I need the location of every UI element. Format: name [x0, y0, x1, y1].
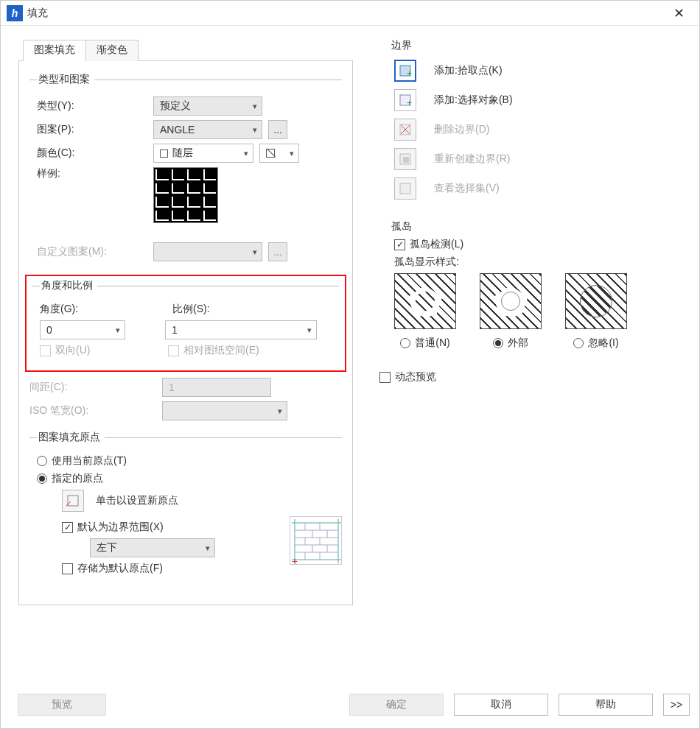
label-type: 类型(Y): [37, 99, 147, 113]
svg-rect-30 [400, 183, 410, 194]
chevron-down-icon: ▾ [307, 325, 312, 335]
pick-point-icon: + [399, 64, 412, 77]
radio-specified-origin[interactable]: 指定的原点 [37, 472, 103, 485]
group-angle-legend: 角度和比例 [40, 279, 97, 292]
label-click-set-origin: 单击以设置新原点 [96, 494, 178, 507]
island-style-normal-preview[interactable] [394, 273, 456, 329]
view-selection-icon [399, 182, 412, 195]
checkbox-store-default-origin[interactable]: 存储为默认原点(F) [62, 562, 163, 575]
checkbox-default-extent[interactable]: ✓默认为边界范围(X) [62, 521, 164, 534]
group-angle-scale: 角度和比例 角度(G): 比例(S): 0 ▾ 1 ▾ [32, 279, 339, 364]
input-spacing: 1 [162, 378, 271, 397]
svg-text:+: + [292, 555, 298, 566]
island-style-outer-preview[interactable] [480, 273, 542, 329]
label-recreate-boundary: 重新创建边界(R) [434, 152, 510, 166]
view-selection-button [394, 177, 416, 200]
svg-rect-29 [403, 157, 409, 163]
origin-preview: + [290, 516, 342, 565]
highlight-box: 角度和比例 角度(G): 比例(S): 0 ▾ 1 ▾ [25, 275, 346, 372]
ok-button[interactable]: 确定 [349, 694, 444, 716]
recreate-boundary-icon [399, 152, 412, 166]
combo-type[interactable]: 预定义 ▾ [153, 96, 262, 116]
select-object-icon: + [399, 94, 412, 107]
group-type-legend: 类型和图案 [37, 73, 94, 86]
svg-text:+: + [407, 98, 412, 107]
radio-use-current-origin[interactable]: 使用当前原点(T) [37, 454, 127, 468]
island-legend: 孤岛 [391, 220, 687, 233]
svg-line-1 [66, 501, 71, 506]
label-custom-pattern: 自定义图案(M): [37, 245, 147, 258]
checkbox-biway: 双向(U) [40, 344, 162, 357]
expand-button[interactable]: >> [663, 694, 690, 716]
combo-iso-pen: ▾ [162, 401, 287, 420]
radio-island-normal[interactable]: 普通(N) [400, 337, 449, 350]
help-button[interactable]: 帮助 [559, 694, 653, 716]
brick-icon: + [290, 517, 343, 566]
svg-text:+: + [407, 68, 412, 77]
chevron-down-icon: ▾ [253, 125, 257, 135]
combo-color[interactable]: 随层 ▾ [153, 144, 253, 163]
close-button[interactable]: ✕ [664, 5, 693, 21]
label-select-object: 添加:选择对象(B) [434, 94, 513, 107]
label-pick-point: 添加:拾取点(K) [434, 64, 503, 77]
group-boundary: 边界 + 添加:拾取点(K) + 添加:选择对象(B) [387, 39, 687, 200]
chevron-down-icon: ▾ [244, 149, 248, 158]
crosshair-icon [66, 494, 80, 507]
cancel-button[interactable]: 取消 [454, 694, 548, 716]
select-object-button[interactable]: + [394, 89, 416, 111]
label-view-selection: 查看选择集(V) [434, 182, 500, 195]
checkbox-dynamic-preview[interactable]: 动态预览 [379, 370, 436, 384]
checkbox-relative-paper: 相对图纸空间(E) [168, 344, 259, 357]
label-island-style: 孤岛显示样式: [394, 256, 459, 269]
group-island: 孤岛 ✓孤岛检测(L) 孤岛显示样式: [387, 220, 687, 350]
tab-gradient[interactable]: 渐变色 [85, 40, 139, 61]
no-color-icon [266, 149, 275, 158]
remove-boundary-button [394, 119, 416, 141]
set-origin-button[interactable] [62, 490, 84, 512]
remove-boundary-icon [399, 123, 412, 136]
island-style-ignore-preview[interactable] [565, 273, 627, 329]
app-icon: h [7, 5, 23, 21]
color-swatch-icon [160, 149, 168, 158]
label-pattern: 图案(P): [37, 123, 147, 136]
label-iso-pen: ISO 笔宽(O): [29, 404, 156, 418]
chevron-down-icon: ▾ [253, 247, 257, 257]
combo-extent-position[interactable]: 左下 ▾ [90, 538, 215, 557]
checkbox-island-detect[interactable]: ✓孤岛检测(L) [394, 238, 463, 251]
combo-pattern[interactable]: ANGLE ▾ [153, 120, 262, 139]
label-spacing: 间距(C): [29, 381, 156, 394]
group-type-pattern: 类型和图案 类型(Y): 预定义 ▾ 图案(P): ANGLE ▾ ... [29, 73, 342, 269]
radio-island-outer[interactable]: 外部 [493, 337, 528, 350]
chevron-down-icon: ▾ [206, 543, 210, 553]
tab-pattern-fill[interactable]: 图案填充 [23, 40, 86, 61]
chevron-down-icon: ▾ [253, 102, 257, 111]
label-color: 颜色(C): [37, 147, 147, 160]
title-bar: h 填充 ✕ [1, 1, 699, 26]
boundary-legend: 边界 [391, 39, 687, 52]
label-remove-boundary: 删除边界(D) [434, 123, 489, 136]
combo-angle[interactable]: 0 ▾ [40, 320, 125, 339]
group-origin-legend: 图案填充原点 [37, 431, 105, 444]
chevron-down-icon: ▾ [278, 406, 282, 416]
combo-custom-pattern: ▾ [153, 242, 262, 261]
label-scale: 比例(S): [172, 303, 210, 316]
preview-button: 预览 [18, 694, 106, 716]
svg-rect-0 [68, 496, 78, 506]
pattern-browse-button[interactable]: ... [268, 120, 287, 139]
radio-island-ignore[interactable]: 忽略(I) [573, 337, 618, 350]
chevron-down-icon: ▾ [116, 325, 120, 335]
custom-browse-button: ... [268, 242, 287, 261]
label-angle: 角度(G): [40, 303, 167, 316]
sample-preview[interactable] [153, 167, 218, 223]
window-title: 填充 [27, 7, 664, 20]
pick-point-button[interactable]: + [394, 60, 416, 82]
chevron-down-icon: ▾ [290, 149, 294, 158]
group-origin: 图案填充原点 使用当前原点(T) 指定的原点 [29, 431, 342, 582]
combo-background-color[interactable]: ▾ [259, 144, 299, 163]
combo-scale[interactable]: 1 ▾ [165, 320, 317, 339]
recreate-boundary-button [394, 148, 416, 170]
label-sample: 样例: [37, 167, 147, 180]
